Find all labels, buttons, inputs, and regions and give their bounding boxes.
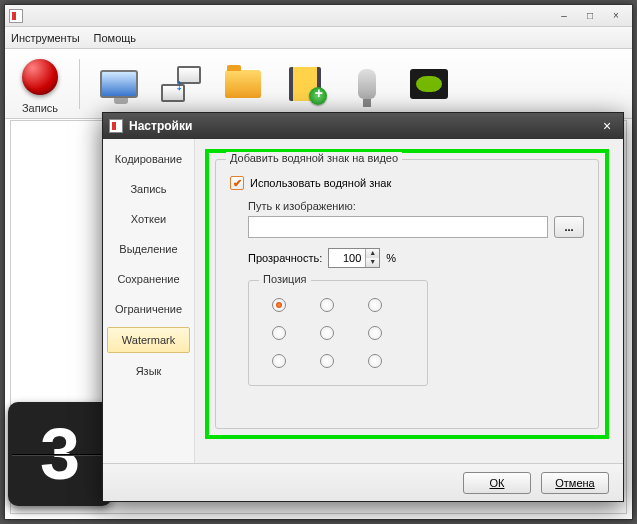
maximize-button[interactable]: □	[578, 9, 602, 23]
app-icon	[9, 9, 23, 23]
folder-button[interactable]	[220, 61, 266, 107]
highlight-box: Добавить водяной знак на видео ✔ Использ…	[205, 149, 609, 439]
nvidia-button[interactable]	[406, 61, 452, 107]
opacity-value: 100	[329, 252, 365, 264]
tab-restriction[interactable]: Ограничение	[103, 297, 194, 321]
tab-record[interactable]: Запись	[103, 177, 194, 201]
watermark-group: Добавить водяной знак на видео ✔ Использ…	[215, 159, 599, 429]
window-controls: – □ ×	[552, 9, 628, 23]
menu-bar: Инструменты Помощь	[5, 27, 632, 49]
dialog-icon	[109, 119, 123, 133]
position-top-right[interactable]	[368, 298, 382, 312]
menu-instruments[interactable]: Инструменты	[11, 32, 80, 44]
record-button[interactable]: Запись	[17, 54, 63, 114]
cancel-button[interactable]: Отмена	[541, 472, 609, 494]
record-label: Запись	[22, 102, 58, 114]
ok-button[interactable]: ОК	[463, 472, 531, 494]
spinner-down-icon[interactable]: ▼	[366, 258, 379, 267]
position-middle-left[interactable]	[272, 326, 286, 340]
tab-watermark[interactable]: Watermark	[107, 327, 190, 353]
tab-saving[interactable]: Сохранение	[103, 267, 194, 291]
position-middle-right[interactable]	[368, 326, 382, 340]
folder-icon	[225, 70, 261, 98]
add-video-button[interactable]: +	[282, 61, 328, 107]
position-group: Позиция	[248, 280, 428, 386]
close-button[interactable]: ×	[604, 9, 628, 23]
title-bar: – □ ×	[5, 5, 632, 27]
position-bottom-left[interactable]	[272, 354, 286, 368]
dialog-title: Настройки	[129, 119, 192, 133]
watermark-group-title: Добавить водяной знак на видео	[226, 152, 402, 164]
countdown-widget: 3	[8, 402, 112, 506]
record-icon	[22, 59, 58, 95]
position-top-center[interactable]	[320, 298, 334, 312]
tab-content: Добавить водяной знак на видео ✔ Использ…	[195, 139, 623, 463]
dialog-close-button[interactable]: ×	[597, 118, 617, 134]
opacity-label: Прозрачность:	[248, 252, 322, 264]
opacity-unit: %	[386, 252, 396, 264]
position-label: Позиция	[259, 273, 311, 285]
film-add-icon: +	[289, 67, 321, 101]
nvidia-icon	[410, 69, 448, 99]
monitor-icon	[100, 70, 138, 98]
settings-dialog: Настройки × Кодирование Запись Хоткеи Вы…	[102, 112, 624, 502]
tab-language[interactable]: Язык	[103, 359, 194, 383]
spinner-up-icon[interactable]: ▲	[366, 249, 379, 258]
menu-help[interactable]: Помощь	[94, 32, 137, 44]
use-watermark-label: Использовать водяной знак	[250, 177, 391, 189]
position-bottom-right[interactable]	[368, 354, 382, 368]
tab-selection[interactable]: Выделение	[103, 237, 194, 261]
tab-hotkeys[interactable]: Хоткеи	[103, 207, 194, 231]
spinner-arrows[interactable]: ▲ ▼	[365, 249, 379, 267]
browse-button[interactable]: ...	[554, 216, 584, 238]
position-middle-center[interactable]	[320, 326, 334, 340]
windows-icon: ↕	[161, 66, 201, 102]
minimize-button[interactable]: –	[552, 9, 576, 23]
toolbar: Запись ↕ +	[5, 49, 632, 119]
dialog-title-bar[interactable]: Настройки ×	[103, 113, 623, 139]
opacity-spinner[interactable]: 100 ▲ ▼	[328, 248, 380, 268]
path-label: Путь к изображению:	[248, 200, 584, 212]
toolbar-divider	[79, 59, 80, 109]
dialog-footer: ОК Отмена	[103, 463, 623, 501]
microphone-icon	[358, 69, 376, 99]
check-icon: ✔	[233, 177, 242, 190]
use-watermark-row: ✔ Использовать водяной знак	[230, 176, 584, 190]
microphone-button[interactable]	[344, 61, 390, 107]
settings-tabs: Кодирование Запись Хоткеи Выделение Сохр…	[103, 139, 195, 463]
use-watermark-checkbox[interactable]: ✔	[230, 176, 244, 190]
dialog-body: Кодирование Запись Хоткеи Выделение Сохр…	[103, 139, 623, 463]
position-top-left[interactable]	[272, 298, 286, 312]
tab-encoding[interactable]: Кодирование	[103, 147, 194, 171]
path-input[interactable]	[248, 216, 548, 238]
screen-button[interactable]	[96, 61, 142, 107]
windows-button[interactable]: ↕	[158, 61, 204, 107]
position-grid	[261, 293, 415, 373]
position-bottom-center[interactable]	[320, 354, 334, 368]
